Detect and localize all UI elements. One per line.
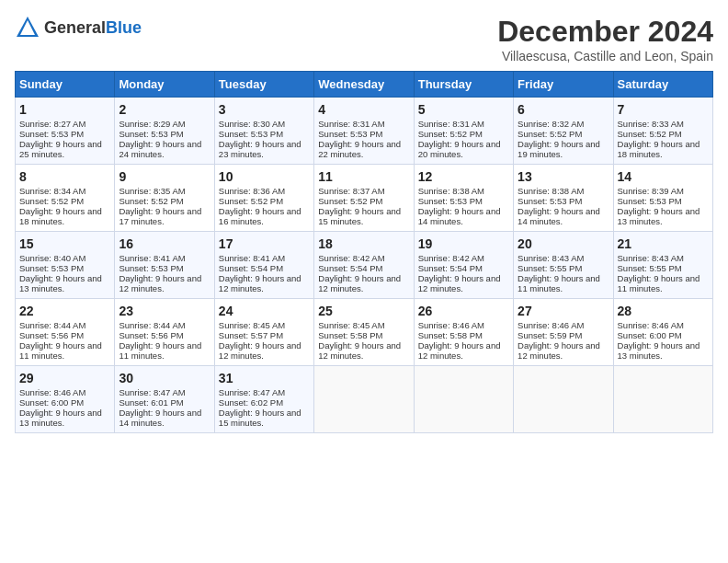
- daylight-text: Daylight: 9 hours and 22 minutes.: [318, 139, 409, 159]
- daylight-text: Daylight: 9 hours and 12 minutes.: [318, 273, 409, 293]
- header-cell-tuesday: Tuesday: [214, 72, 313, 98]
- daylight-text: Daylight: 9 hours and 15 minutes.: [219, 408, 310, 428]
- sunset-text: Sunset: 5:54 PM: [418, 263, 509, 273]
- sunset-text: Sunset: 5:52 PM: [618, 129, 709, 139]
- sunrise-text: Sunrise: 8:47 AM: [119, 387, 210, 397]
- sunrise-text: Sunrise: 8:42 AM: [318, 253, 409, 263]
- daylight-text: Daylight: 9 hours and 25 minutes.: [19, 139, 110, 159]
- sunrise-text: Sunrise: 8:46 AM: [418, 320, 509, 330]
- sunset-text: Sunset: 5:53 PM: [418, 196, 509, 206]
- daylight-text: Daylight: 9 hours and 13 minutes.: [19, 273, 110, 293]
- day-number: 29: [19, 371, 110, 385]
- calendar-cell: 25Sunrise: 8:45 AMSunset: 5:58 PMDayligh…: [314, 299, 414, 366]
- sunrise-text: Sunrise: 8:46 AM: [618, 320, 709, 330]
- daylight-text: Daylight: 9 hours and 13 minutes.: [19, 408, 110, 428]
- day-number: 20: [518, 236, 609, 251]
- calendar-cell: 2Sunrise: 8:29 AMSunset: 5:53 PMDaylight…: [115, 98, 214, 165]
- logo-text-blue: Blue: [106, 18, 142, 37]
- sunrise-text: Sunrise: 8:34 AM: [19, 186, 110, 196]
- daylight-text: Daylight: 9 hours and 17 minutes.: [119, 206, 210, 226]
- logo-text-general: General: [44, 18, 106, 37]
- day-number: 21: [618, 236, 709, 251]
- day-number: 27: [518, 304, 609, 318]
- sunrise-text: Sunrise: 8:27 AM: [19, 119, 110, 129]
- daylight-text: Daylight: 9 hours and 11 minutes.: [19, 340, 110, 361]
- sunrise-text: Sunrise: 8:41 AM: [119, 253, 210, 263]
- daylight-text: Daylight: 9 hours and 12 minutes.: [219, 273, 310, 293]
- sunset-text: Sunset: 5:53 PM: [119, 129, 210, 139]
- daylight-text: Daylight: 9 hours and 11 minutes.: [618, 273, 709, 293]
- sunrise-text: Sunrise: 8:38 AM: [518, 186, 609, 196]
- sunrise-text: Sunrise: 8:47 AM: [219, 387, 310, 397]
- sunrise-text: Sunrise: 8:37 AM: [318, 186, 409, 196]
- sunset-text: Sunset: 5:53 PM: [318, 129, 409, 139]
- sunrise-text: Sunrise: 8:46 AM: [19, 387, 110, 397]
- header-cell-sunday: Sunday: [16, 72, 115, 98]
- sunrise-text: Sunrise: 8:40 AM: [19, 253, 110, 263]
- day-number: 16: [119, 236, 210, 251]
- sunset-text: Sunset: 5:53 PM: [119, 263, 210, 273]
- daylight-text: Daylight: 9 hours and 18 minutes.: [618, 139, 709, 159]
- sunrise-text: Sunrise: 8:44 AM: [119, 320, 210, 330]
- header-cell-thursday: Thursday: [414, 72, 513, 98]
- logo-icon: [15, 15, 40, 40]
- sunset-text: Sunset: 6:00 PM: [19, 397, 110, 408]
- sunset-text: Sunset: 5:58 PM: [318, 330, 409, 340]
- daylight-text: Daylight: 9 hours and 14 minutes.: [418, 206, 509, 226]
- sunrise-text: Sunrise: 8:31 AM: [318, 119, 409, 129]
- day-number: 6: [518, 102, 609, 117]
- daylight-text: Daylight: 9 hours and 24 minutes.: [119, 139, 210, 159]
- sunrise-text: Sunrise: 8:32 AM: [518, 119, 609, 129]
- header-cell-monday: Monday: [115, 72, 214, 98]
- sunrise-text: Sunrise: 8:33 AM: [618, 119, 709, 129]
- calendar-cell: 20Sunrise: 8:43 AMSunset: 5:55 PMDayligh…: [514, 232, 613, 299]
- sunset-text: Sunset: 5:53 PM: [19, 263, 110, 273]
- calendar-cell: 27Sunrise: 8:46 AMSunset: 5:59 PMDayligh…: [514, 299, 613, 366]
- day-number: 24: [219, 304, 310, 318]
- day-number: 19: [418, 236, 509, 251]
- daylight-text: Daylight: 9 hours and 14 minutes.: [119, 408, 210, 428]
- location-title: Villaescusa, Castille and Leon, Spain: [497, 49, 713, 63]
- header-cell-saturday: Saturday: [613, 72, 712, 98]
- daylight-text: Daylight: 9 hours and 12 minutes.: [219, 340, 310, 361]
- day-number: 1: [19, 102, 110, 117]
- daylight-text: Daylight: 9 hours and 12 minutes.: [418, 273, 509, 293]
- calendar-cell: 19Sunrise: 8:42 AMSunset: 5:54 PMDayligh…: [414, 232, 513, 299]
- calendar-cell: [314, 366, 414, 433]
- sunrise-text: Sunrise: 8:35 AM: [119, 186, 210, 196]
- day-number: 12: [418, 169, 509, 184]
- sunset-text: Sunset: 5:54 PM: [318, 263, 409, 273]
- day-number: 2: [119, 102, 210, 117]
- day-number: 11: [318, 169, 409, 184]
- sunrise-text: Sunrise: 8:38 AM: [418, 186, 509, 196]
- sunset-text: Sunset: 5:53 PM: [618, 196, 709, 206]
- sunset-text: Sunset: 5:58 PM: [418, 330, 509, 340]
- sunset-text: Sunset: 6:00 PM: [618, 330, 709, 340]
- calendar-body: 1Sunrise: 8:27 AMSunset: 5:53 PMDaylight…: [16, 98, 713, 433]
- sunset-text: Sunset: 5:52 PM: [219, 196, 310, 206]
- sunrise-text: Sunrise: 8:41 AM: [219, 253, 310, 263]
- daylight-text: Daylight: 9 hours and 12 minutes.: [318, 340, 409, 361]
- sunset-text: Sunset: 5:52 PM: [318, 196, 409, 206]
- daylight-text: Daylight: 9 hours and 16 minutes.: [219, 206, 310, 226]
- calendar-cell: 1Sunrise: 8:27 AMSunset: 5:53 PMDaylight…: [16, 98, 115, 165]
- day-number: 28: [618, 304, 709, 318]
- day-number: 30: [119, 371, 210, 385]
- day-number: 23: [119, 304, 210, 318]
- day-number: 26: [418, 304, 509, 318]
- day-number: 10: [219, 169, 310, 184]
- day-number: 3: [219, 102, 310, 117]
- calendar-cell: 23Sunrise: 8:44 AMSunset: 5:56 PMDayligh…: [115, 299, 214, 366]
- sunrise-text: Sunrise: 8:44 AM: [19, 320, 110, 330]
- daylight-text: Daylight: 9 hours and 12 minutes.: [518, 340, 609, 361]
- sunrise-text: Sunrise: 8:45 AM: [219, 320, 310, 330]
- sunset-text: Sunset: 5:57 PM: [219, 330, 310, 340]
- calendar-cell: 24Sunrise: 8:45 AMSunset: 5:57 PMDayligh…: [214, 299, 313, 366]
- calendar-cell: 16Sunrise: 8:41 AMSunset: 5:53 PMDayligh…: [115, 232, 214, 299]
- header-cell-friday: Friday: [514, 72, 613, 98]
- day-number: 18: [318, 236, 409, 251]
- calendar-cell: 22Sunrise: 8:44 AMSunset: 5:56 PMDayligh…: [16, 299, 115, 366]
- day-number: 8: [19, 169, 110, 184]
- day-number: 13: [518, 169, 609, 184]
- calendar-cell: 30Sunrise: 8:47 AMSunset: 6:01 PMDayligh…: [115, 366, 214, 433]
